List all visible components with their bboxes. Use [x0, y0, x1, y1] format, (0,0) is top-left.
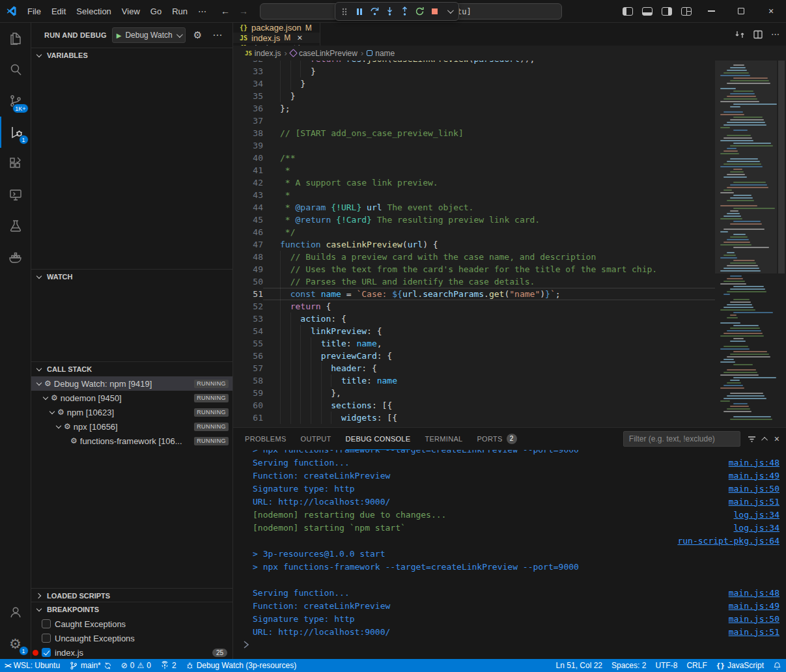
line-number[interactable]: 36: [233, 102, 263, 115]
panel-tab-terminal[interactable]: TERMINAL: [425, 428, 462, 450]
code-line[interactable]: 57 header: {: [233, 362, 715, 374]
tab-index.js[interactable]: JSindex.jsM×: [233, 33, 320, 43]
cursor-position-item[interactable]: Ln 51, Col 22: [552, 659, 607, 672]
minimap[interactable]: [715, 61, 777, 427]
remote-indicator[interactable]: >< WSL: Ubuntu: [0, 659, 64, 672]
line-number[interactable]: 56: [233, 350, 263, 362]
line-number[interactable]: 61: [233, 412, 263, 424]
code-line[interactable]: 53 action: {: [233, 313, 715, 325]
call-stack-row[interactable]: ⚙npx [10656]RUNNING: [31, 419, 232, 434]
remote-explorer-icon[interactable]: [0, 179, 31, 210]
step-over-icon[interactable]: [368, 5, 381, 19]
editor-scrollbar[interactable]: [777, 61, 786, 427]
git-branch-item[interactable]: main*: [64, 659, 117, 672]
line-number[interactable]: 48: [233, 251, 263, 263]
source-control-icon[interactable]: 1K+: [0, 85, 31, 117]
customize-layout-icon[interactable]: [681, 7, 692, 16]
nav-forward-icon[interactable]: →: [239, 6, 248, 16]
code-line[interactable]: 33 }: [233, 65, 715, 77]
menu-item-file[interactable]: File: [22, 7, 46, 16]
line-number[interactable]: 44: [233, 201, 263, 214]
notifications-bell-icon[interactable]: [768, 659, 786, 672]
filter-icon[interactable]: [747, 434, 757, 444]
code-line[interactable]: 32 return res.json(caseLinkPreview(parse…: [233, 61, 715, 65]
maximize-button[interactable]: [726, 0, 756, 23]
menu-item-run[interactable]: Run: [167, 7, 193, 16]
code-line[interactable]: 52 return {: [233, 300, 715, 313]
variables-header[interactable]: VARIABLES: [31, 48, 232, 63]
line-number[interactable]: 32: [233, 61, 263, 65]
code-line[interactable]: 55 title: name,: [233, 337, 715, 350]
debug-settings-gear-icon[interactable]: ⚙: [191, 29, 204, 41]
toggle-sidebar-icon[interactable]: [623, 7, 633, 16]
line-number[interactable]: 51: [233, 288, 263, 300]
breakpoint-checkbox[interactable]: [42, 634, 51, 643]
line-number[interactable]: 45: [233, 214, 263, 226]
code-line[interactable]: 36};: [233, 102, 715, 115]
pause-icon[interactable]: [353, 5, 366, 19]
line-number[interactable]: 54: [233, 325, 263, 337]
line-number[interactable]: 50: [233, 275, 263, 288]
panel-tab-output[interactable]: OUTPUT: [301, 428, 331, 450]
code-line[interactable]: 39: [233, 139, 715, 152]
start-debug-icon[interactable]: ▶: [117, 32, 122, 39]
console-source-link[interactable]: main.js:49: [729, 471, 779, 481]
split-editor-icon[interactable]: [753, 29, 763, 40]
nav-back-icon[interactable]: ←: [221, 6, 230, 16]
console-source-link[interactable]: main.js:48: [729, 458, 779, 468]
language-mode-item[interactable]: {} JavaScript: [712, 659, 768, 672]
code-line[interactable]: 51 const name = `Case: ${url.searchParam…: [233, 288, 715, 300]
menu-overflow-icon[interactable]: ⋯: [193, 7, 212, 16]
forwarded-ports-item[interactable]: 2: [156, 659, 181, 672]
code-line[interactable]: 38// [START add_ons_case_preview_link]: [233, 127, 715, 139]
code-line[interactable]: 45 * @return {!Card} The resulting previ…: [233, 214, 715, 226]
menu-item-view[interactable]: View: [117, 7, 145, 16]
code-line[interactable]: 34 }: [233, 77, 715, 90]
toggle-panel-icon[interactable]: [642, 7, 653, 16]
console-source-link[interactable]: main.js:51: [729, 627, 779, 637]
line-number[interactable]: 58: [233, 374, 263, 387]
stop-icon[interactable]: [428, 5, 441, 19]
code-line[interactable]: 60 sections: [{: [233, 399, 715, 412]
line-number[interactable]: 57: [233, 362, 263, 374]
indentation-item[interactable]: Spaces: 2: [607, 659, 651, 672]
line-number[interactable]: 37: [233, 115, 263, 127]
settings-gear-icon[interactable]: ⚙ 1: [0, 628, 31, 659]
code-line[interactable]: 40/**: [233, 152, 715, 164]
launch-config-dropdown[interactable]: ▶ Debug Watch: [112, 27, 186, 43]
debug-views-more-icon[interactable]: ⋯: [210, 29, 225, 41]
console-source-link[interactable]: main.js:50: [729, 484, 779, 494]
call-stack-row[interactable]: ⚙npm [10623]RUNNING: [31, 405, 232, 419]
line-number[interactable]: 33: [233, 65, 263, 77]
problems-item[interactable]: ⊘ 0 ⚠ 0: [117, 659, 156, 672]
line-number[interactable]: 49: [233, 263, 263, 275]
console-input[interactable]: [241, 638, 779, 651]
console-source-link[interactable]: log.js:34: [734, 510, 779, 520]
step-into-icon[interactable]: [383, 5, 396, 19]
code-line[interactable]: 43 *: [233, 189, 715, 201]
toggle-secondary-sidebar-icon[interactable]: [662, 7, 672, 16]
code-line[interactable]: 42 * A support case link preview.: [233, 176, 715, 189]
panel-tab-ports[interactable]: PORTS2: [477, 428, 516, 450]
code-line[interactable]: 61 widgets: [{: [233, 412, 715, 424]
encoding-item[interactable]: UTF-8: [651, 659, 682, 672]
breadcrumb-item-caseLinkPreview[interactable]: caseLinkPreview: [290, 49, 358, 58]
command-center[interactable]: tu]: [260, 3, 562, 20]
console-source-link[interactable]: main.js:49: [729, 601, 779, 611]
debug-session-item[interactable]: Debug Watch (3p-resources): [181, 659, 302, 672]
call-stack-row[interactable]: ⚙nodemon [9450]RUNNING: [31, 391, 232, 405]
code-line[interactable]: 47function caseLinkPreview(url) {: [233, 238, 715, 251]
line-number[interactable]: 38: [233, 127, 263, 139]
testing-icon[interactable]: [0, 210, 31, 242]
search-icon[interactable]: [0, 54, 31, 85]
breadcrumb-item-name[interactable]: name: [367, 49, 395, 58]
code-line[interactable]: 37: [233, 115, 715, 127]
breakpoints-header[interactable]: BREAKPOINTS: [31, 602, 232, 617]
code-line[interactable]: 44 * @param {!URL} url The event object.: [233, 201, 715, 214]
code-line[interactable]: 48 // Builds a preview card with the cas…: [233, 251, 715, 263]
close-button[interactable]: ×: [756, 0, 786, 23]
step-out-icon[interactable]: [398, 5, 411, 19]
compare-changes-icon[interactable]: [735, 29, 745, 40]
breakpoint-row[interactable]: Caught Exceptions: [31, 617, 232, 631]
minimize-button[interactable]: [696, 0, 726, 23]
